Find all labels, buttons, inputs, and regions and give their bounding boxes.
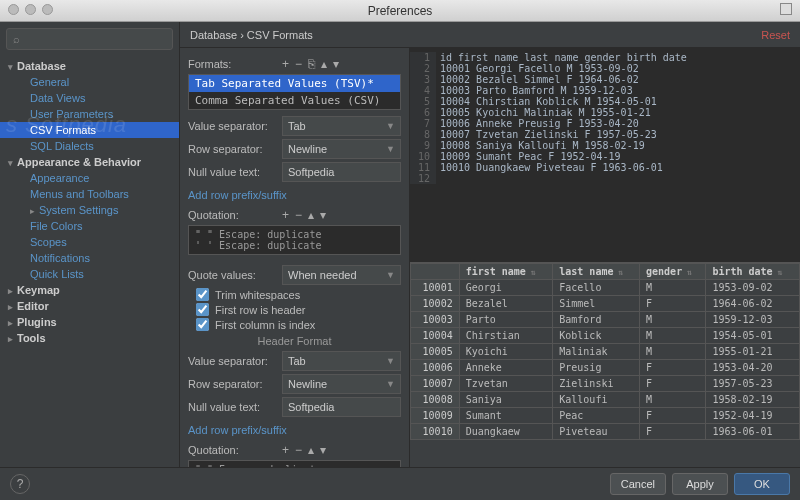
tree-group-editor[interactable]: Editor — [0, 298, 179, 314]
cancel-button[interactable]: Cancel — [610, 473, 666, 495]
table-row[interactable]: 10008SaniyaKalloufiM1958-02-19 — [411, 391, 800, 407]
tree-item-system-settings[interactable]: System Settings — [0, 202, 179, 218]
format-item[interactable]: Tab Separated Values (TSV)* — [189, 75, 400, 92]
table-row[interactable]: 10007TzvetanZielinskiF1957-05-23 — [411, 375, 800, 391]
down-icon[interactable]: ▾ — [320, 443, 326, 457]
column-header[interactable]: last name — [553, 263, 640, 279]
breadcrumb-bar: Database › CSV Formats Reset — [180, 22, 800, 48]
tree-item-csv-formats[interactable]: CSV Formats — [0, 122, 179, 138]
table-cell: Anneke — [459, 359, 553, 375]
table-cell: F — [640, 375, 706, 391]
value-separator-select[interactable]: Tab▼ — [282, 116, 401, 136]
table-row[interactable]: 10003PartoBamfordM1959-12-03 — [411, 311, 800, 327]
table-cell: Chirstian — [459, 327, 553, 343]
table-cell: F — [640, 423, 706, 439]
tree-item-menus-and-toolbars[interactable]: Menus and Toolbars — [0, 186, 179, 202]
tree-item-general[interactable]: General — [0, 74, 179, 90]
first-row-header-checkbox[interactable]: First row is header — [196, 303, 401, 316]
h-null-label: Null value text: — [188, 401, 278, 413]
down-icon[interactable]: ▾ — [333, 57, 339, 71]
table-row[interactable]: 10010DuangkaewPiveteauF1963-06-01 — [411, 423, 800, 439]
tree-item-sql-dialects[interactable]: SQL Dialects — [0, 138, 179, 154]
table-row[interactable]: 10009SumantPeacF1952-04-19 — [411, 407, 800, 423]
table-cell: Facello — [553, 279, 640, 295]
copy-icon[interactable]: ⎘ — [308, 57, 315, 71]
search-input[interactable]: ⌕ — [6, 28, 173, 50]
table-cell: Tzvetan — [459, 375, 553, 391]
raw-line: 210001 Georgi Facello M 1953-09-02 — [410, 63, 800, 74]
table-row[interactable]: 10005KyoichiMaliniakM1955-01-21 — [411, 343, 800, 359]
tree-group-keymap[interactable]: Keymap — [0, 282, 179, 298]
apply-button[interactable]: Apply — [672, 473, 728, 495]
first-col-index-checkbox[interactable]: First column is index — [196, 318, 401, 331]
up-icon[interactable]: ▴ — [308, 443, 314, 457]
table-row[interactable]: 10006AnnekePreusigF1953-04-20 — [411, 359, 800, 375]
quotation-row[interactable]: " " Escape: duplicate — [195, 229, 394, 240]
column-header[interactable]: gender — [640, 263, 706, 279]
table-cell: Kalloufi — [553, 391, 640, 407]
null-text-input[interactable]: Softpedia — [282, 162, 401, 182]
quotation-row[interactable]: " " Escape: duplicate — [195, 464, 394, 467]
add-icon[interactable]: + — [282, 443, 289, 457]
remove-icon[interactable]: − — [295, 443, 302, 457]
table-cell: 1959-12-03 — [706, 311, 800, 327]
tree-item-quick-lists[interactable]: Quick Lists — [0, 266, 179, 282]
quotation-row[interactable]: ' ' Escape: duplicate — [195, 240, 394, 251]
add-prefix-suffix-link[interactable]: Add row prefix/suffix — [188, 189, 287, 201]
minimize-icon[interactable] — [25, 4, 36, 15]
trim-whitespaces-checkbox[interactable]: Trim whitespaces — [196, 288, 401, 301]
formats-toolbar: + − ⎘ ▴ ▾ — [282, 57, 339, 71]
h-value-sep-select[interactable]: Tab▼ — [282, 351, 401, 371]
table-cell: Georgi — [459, 279, 553, 295]
tree-item-scopes[interactable]: Scopes — [0, 234, 179, 250]
table-cell: M — [640, 279, 706, 295]
format-item[interactable]: Comma Separated Values (CSV) — [189, 92, 400, 109]
up-icon[interactable]: ▴ — [308, 208, 314, 222]
h-add-prefix-suffix-link[interactable]: Add row prefix/suffix — [188, 424, 287, 436]
table-row[interactable]: 10002BezalelSimmelF1964-06-02 — [411, 295, 800, 311]
tree-item-data-views[interactable]: Data Views — [0, 90, 179, 106]
tree-group-database[interactable]: Database — [0, 58, 179, 74]
row-separator-label: Row separator: — [188, 143, 278, 155]
table-cell: M — [640, 327, 706, 343]
formats-list[interactable]: Tab Separated Values (TSV)*Comma Separat… — [188, 74, 401, 110]
zoom-icon[interactable] — [42, 4, 53, 15]
tree-item-file-colors[interactable]: File Colors — [0, 218, 179, 234]
preview-panel: 1id first name last name gender birth da… — [410, 48, 800, 467]
h-quotation-list[interactable]: " " Escape: duplicate — [188, 460, 401, 467]
quote-values-select[interactable]: When needed▼ — [282, 265, 401, 285]
add-icon[interactable]: + — [282, 57, 289, 71]
remove-icon[interactable]: − — [295, 57, 302, 71]
reset-link[interactable]: Reset — [761, 29, 790, 41]
window-traffic-lights — [8, 4, 53, 15]
tree-group-plugins[interactable]: Plugins — [0, 314, 179, 330]
column-header[interactable]: first name — [459, 263, 553, 279]
tree-group-tools[interactable]: Tools — [0, 330, 179, 346]
preview-table[interactable]: first namelast namegenderbirth date10001… — [410, 263, 800, 440]
tree-group-appearance-behavior[interactable]: Appearance & Behavior — [0, 154, 179, 170]
table-row[interactable]: 10001GeorgiFacelloM1953-09-02 — [411, 279, 800, 295]
close-icon[interactable] — [8, 4, 19, 15]
chevron-down-icon: ▼ — [386, 144, 395, 154]
raw-line: 910008 Saniya Kalloufi M 1958-02-19 — [410, 140, 800, 151]
add-icon[interactable]: + — [282, 208, 289, 222]
row-separator-select[interactable]: Newline▼ — [282, 139, 401, 159]
tree-item-appearance[interactable]: Appearance — [0, 170, 179, 186]
h-null-input[interactable]: Softpedia — [282, 397, 401, 417]
quotation-list[interactable]: " " Escape: duplicate' ' Escape: duplica… — [188, 225, 401, 255]
h-row-sep-select[interactable]: Newline▼ — [282, 374, 401, 394]
formats-label: Formats: — [188, 58, 278, 70]
ok-button[interactable]: OK — [734, 473, 790, 495]
down-icon[interactable]: ▾ — [320, 208, 326, 222]
value-separator-label: Value separator: — [188, 120, 278, 132]
remove-icon[interactable]: − — [295, 208, 302, 222]
window-max-icon[interactable] — [780, 3, 792, 15]
table-cell: Preusig — [553, 359, 640, 375]
quote-values-label: Quote values: — [188, 269, 278, 281]
column-header[interactable]: birth date — [706, 263, 800, 279]
table-row[interactable]: 10004ChirstianKoblickM1954-05-01 — [411, 327, 800, 343]
tree-item-user-parameters[interactable]: User Parameters — [0, 106, 179, 122]
tree-item-notifications[interactable]: Notifications — [0, 250, 179, 266]
help-button[interactable]: ? — [10, 474, 30, 494]
up-icon[interactable]: ▴ — [321, 57, 327, 71]
